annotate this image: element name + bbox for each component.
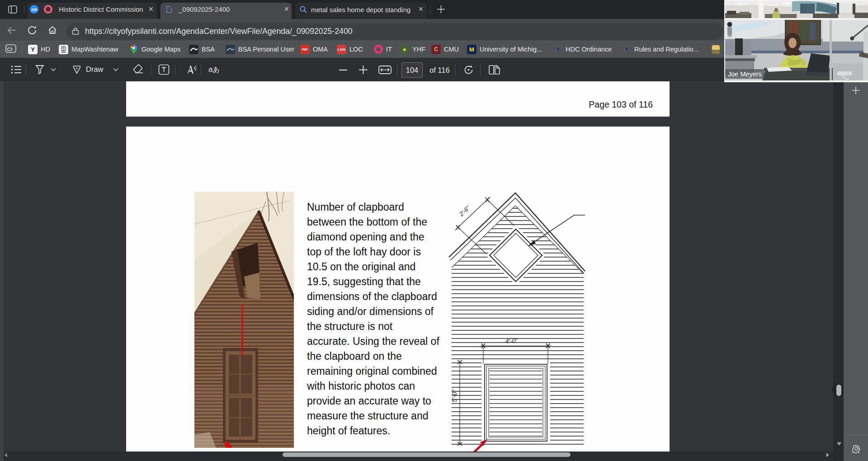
svg-text:Joe Meyers: Joe Meyers <box>728 71 762 78</box>
svg-text:5'-0": 5'-0" <box>451 389 458 402</box>
svg-text:2'-6": 2'-6" <box>458 204 472 218</box>
svg-text:4'-0": 4'-0" <box>505 337 519 345</box>
